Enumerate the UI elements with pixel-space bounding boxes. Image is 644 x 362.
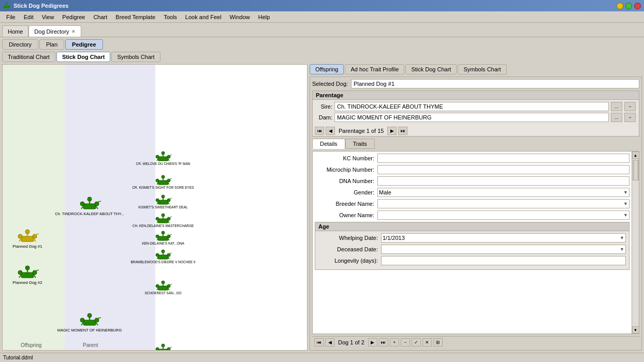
- chart-tab-traditional[interactable]: Traditional Chart: [2, 52, 55, 62]
- dog-gp2[interactable]: CR. KISMET'S SIGHT FOR SORE EYES: [132, 175, 194, 189]
- dog-gp6[interactable]: BRAMBLEWOOD'S DIEDRE V NOCHEE II: [130, 250, 195, 264]
- scroll-down-icon[interactable]: ▼: [632, 326, 639, 334]
- nav-prev-button[interactable]: ◀: [325, 338, 334, 346]
- menu-tools[interactable]: Tools: [159, 13, 181, 21]
- owner-select[interactable]: ▼: [377, 210, 630, 220]
- menu-view[interactable]: View: [38, 13, 58, 21]
- svg-point-7: [33, 234, 37, 238]
- chart-tab-stick-dog[interactable]: Stick Dog Chart: [56, 52, 111, 62]
- svg-text:CR. WELOVE DU CHIEN'S 'R' MAN: CR. WELOVE DU CHIEN'S 'R' MAN: [136, 162, 191, 165]
- pag-first[interactable]: ⏮: [315, 127, 324, 135]
- form-scrollbar[interactable]: ▲ ▼: [632, 152, 639, 334]
- svg-point-18: [33, 270, 37, 275]
- svg-line-100: [157, 238, 158, 240]
- breeder-select[interactable]: ▼: [377, 199, 630, 208]
- scroll-thumb[interactable]: [633, 160, 639, 180]
- svg-line-68: [168, 183, 169, 185]
- tab-close-icon[interactable]: ✕: [71, 29, 76, 34]
- tab-dog-directory[interactable]: Dog Directory ✕: [28, 25, 81, 37]
- gender-select[interactable]: Male ▼: [377, 188, 630, 197]
- kc-input[interactable]: [377, 154, 630, 163]
- menu-pedigree[interactable]: Pedigree: [58, 13, 89, 21]
- dna-input[interactable]: [377, 176, 630, 186]
- nav-check-button[interactable]: ✓: [412, 338, 421, 346]
- minimize-button[interactable]: [617, 3, 623, 9]
- dam-minus-button[interactable]: −: [624, 113, 636, 122]
- app-icon: [3, 2, 10, 9]
- nav-next-button[interactable]: ▶: [368, 338, 377, 346]
- svg-line-56: [157, 159, 158, 161]
- menu-look-and-feel[interactable]: Look and Feel: [181, 13, 226, 21]
- nav-first-button[interactable]: ⏮: [314, 338, 324, 346]
- sire-minus-button[interactable]: −: [624, 102, 636, 111]
- svg-line-35: [96, 206, 98, 209]
- svg-point-50: [156, 155, 159, 158]
- chart-tab-symbols[interactable]: Symbols Chart: [111, 52, 160, 62]
- close-button[interactable]: [634, 3, 641, 9]
- svg-line-57: [168, 159, 169, 161]
- menu-chart[interactable]: Chart: [89, 13, 111, 21]
- svg-point-130: [162, 344, 165, 347]
- right-tab-adhoc[interactable]: Ad hoc Trait Profile: [345, 64, 404, 74]
- right-tab-stick-dog[interactable]: Stick Dog Chart: [405, 64, 457, 74]
- scroll-up-icon[interactable]: ▲: [632, 152, 639, 159]
- detail-tab-traits[interactable]: Traits: [345, 139, 375, 149]
- selected-dog-value: Planned Dog #1: [351, 79, 639, 88]
- dog-sire[interactable]: Ch. TINDROCK-KALEEF ABOUT THY...: [55, 197, 124, 216]
- right-tab-offspring[interactable]: Offspring: [310, 64, 344, 74]
- whelping-label: Whelping Date:: [318, 235, 378, 241]
- svg-point-83: [156, 217, 159, 220]
- svg-point-40: [95, 318, 99, 322]
- nav-last-button[interactable]: ⏭: [379, 338, 388, 346]
- window-controls[interactable]: [617, 3, 641, 9]
- sire-dots-button[interactable]: ...: [611, 102, 622, 111]
- dog-planned1[interactable]: Planned Dog #1: [12, 230, 42, 249]
- maximize-button[interactable]: [625, 3, 632, 9]
- kc-label: KC Number:: [315, 155, 374, 161]
- sire-input[interactable]: Ch. TINDROCK-KALEEF ABOUT THYME: [334, 102, 609, 111]
- dog-dam[interactable]: MAGIC MOMENT OF HEINERBURG: [57, 313, 122, 333]
- dog-gp1[interactable]: CR. WELOVE DU CHIEN'S 'R' MAN: [136, 152, 191, 165]
- breeder-arrow-icon: ▼: [623, 201, 628, 206]
- svg-point-119: [162, 281, 165, 284]
- svg-point-9: [25, 230, 30, 234]
- age-section: Age Whelping Date: 1/1/2013 ▼: [315, 222, 630, 270]
- svg-line-34: [81, 206, 83, 209]
- pag-next[interactable]: ▶: [387, 127, 397, 135]
- deceased-select[interactable]: ▼: [381, 245, 626, 254]
- dog-gp7[interactable]: SCHOKREST SAN...GO: [144, 281, 181, 295]
- subtab-directory[interactable]: Directory: [2, 39, 38, 50]
- status-text: Tutorial.ddml: [3, 355, 33, 360]
- dog-gp8[interactable]: HEINERBURG'S AM...V CAPTEL: [138, 344, 188, 351]
- dog-gp4[interactable]: CH. KEN-DELAINE'S MASTERCHARGE: [133, 214, 194, 228]
- right-tab-symbols[interactable]: Symbols Chart: [458, 64, 506, 74]
- longevity-input[interactable]: [381, 256, 626, 265]
- detail-tab-details[interactable]: Details: [312, 139, 345, 149]
- menu-breed-template[interactable]: Breed Template: [111, 13, 159, 21]
- dog-gp3[interactable]: KISMET'S SWEETHEART DEAL: [138, 195, 188, 209]
- svg-point-39: [80, 318, 84, 322]
- tab-home[interactable]: Home: [2, 25, 28, 37]
- menu-edit[interactable]: Edit: [20, 13, 38, 21]
- whelping-select[interactable]: 1/1/2013 ▼: [381, 233, 626, 243]
- svg-text:SCHOKREST SAN...GO: SCHOKREST SAN...GO: [144, 291, 181, 295]
- nav-x-button[interactable]: ✕: [422, 338, 432, 346]
- dog-gp5[interactable]: KEN-DELAINE'S KAT...ONA: [142, 231, 184, 245]
- nav-minus-button[interactable]: −: [401, 338, 410, 346]
- nav-grid-button[interactable]: ⊞: [433, 338, 443, 346]
- svg-point-105: [156, 253, 159, 257]
- menu-file[interactable]: File: [2, 13, 20, 21]
- pag-last[interactable]: ⏭: [398, 127, 407, 135]
- nav-add-button[interactable]: +: [390, 338, 399, 346]
- dam-input[interactable]: MAGIC MOMENT OF HEINERBURG: [334, 113, 609, 122]
- pag-prev[interactable]: ◀: [326, 127, 335, 135]
- subtab-pedigree[interactable]: Pedigree: [65, 39, 103, 50]
- microchip-input[interactable]: [377, 165, 630, 174]
- subtab-plan[interactable]: Plan: [39, 39, 64, 50]
- menu-help[interactable]: Help: [254, 13, 274, 21]
- dog-planned2[interactable]: Planned Dog #2: [12, 266, 42, 285]
- menu-window[interactable]: Window: [226, 13, 254, 21]
- dam-dots-button[interactable]: ...: [611, 113, 622, 122]
- parentage-header: Parentage: [313, 91, 639, 100]
- svg-text:BRAMBLEWOOD'S DIEDRE V NOCHEE : BRAMBLEWOOD'S DIEDRE V NOCHEE II: [130, 260, 195, 264]
